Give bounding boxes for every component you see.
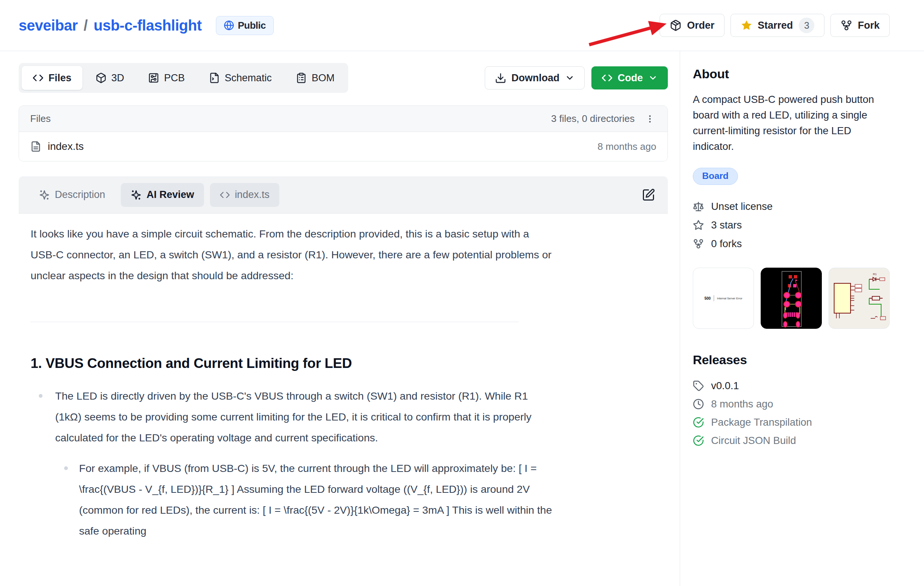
git-fork-icon xyxy=(840,20,852,31)
tab-index-ts-label: index.ts xyxy=(235,189,270,201)
table-row[interactable]: index.ts 8 months ago xyxy=(19,132,667,161)
circuit-board-icon xyxy=(148,72,159,84)
about-title: About xyxy=(693,67,892,81)
thumbnail-3d-preview[interactable]: 500 Internal Server Error xyxy=(693,268,754,329)
repo-header: seveibar / usb-c-flashlight Public Order… xyxy=(0,0,924,51)
chevron-down-icon xyxy=(565,73,574,83)
fork-button[interactable]: Fork xyxy=(830,14,890,37)
ai-review-content: It looks like you have a simple circuit … xyxy=(19,214,556,541)
file-text-icon xyxy=(30,141,41,152)
pcb-thumbnail-image xyxy=(761,268,821,328)
clock-icon xyxy=(693,398,704,410)
release-check-label: Package Transpilation xyxy=(711,416,812,428)
release-check-row: Package Transpilation xyxy=(693,416,892,428)
forks-row: 0 forks xyxy=(693,238,892,250)
license-row: Unset license xyxy=(693,201,892,212)
stars-row: 3 stars xyxy=(693,219,892,231)
code-icon xyxy=(33,72,44,84)
sparkles-icon xyxy=(39,189,50,201)
globe-icon xyxy=(224,20,234,31)
tab-index-ts[interactable]: index.ts xyxy=(210,183,279,207)
thumbnail-pcb-preview[interactable] xyxy=(761,268,822,329)
forks-label: 0 forks xyxy=(711,238,742,250)
viewer-tab-bar: Description AI Review index.ts xyxy=(19,176,668,214)
repo-owner-link[interactable]: seveibar xyxy=(19,17,78,34)
release-age: 8 months ago xyxy=(711,398,773,410)
svg-text:R1: R1 xyxy=(873,273,877,276)
view-tabs: Files 3D PCB xyxy=(19,63,348,93)
code-icon xyxy=(219,190,230,200)
fork-button-label: Fork xyxy=(858,20,879,31)
tab-bom-label: BOM xyxy=(312,72,335,84)
package-icon xyxy=(670,20,681,31)
section-heading: 1. VBUS Connection and Current Limiting … xyxy=(31,355,556,372)
file-name-link[interactable]: index.ts xyxy=(48,140,84,153)
list-item: For example, if VBUS (from USB-C) is 5V,… xyxy=(55,458,556,541)
kebab-icon[interactable] xyxy=(644,113,656,125)
list-item-text: For example, if VBUS (from USB-C) is 5V,… xyxy=(79,462,552,537)
bullet-list: The LED is directly driven by the USB-C'… xyxy=(31,385,556,541)
tab-schematic-label: Schematic xyxy=(225,72,272,84)
files-panel-title: Files xyxy=(30,113,51,125)
topic-chip-board[interactable]: Board xyxy=(693,168,738,185)
files-panel: Files 3 files, 0 directories index.ts 8 … xyxy=(19,105,668,161)
release-age-row: 8 months ago xyxy=(693,398,892,410)
file-terminal-icon xyxy=(209,72,220,84)
check-circle-icon xyxy=(693,417,704,428)
license-label: Unset license xyxy=(711,201,772,212)
tab-bom[interactable]: BOM xyxy=(285,66,346,90)
release-check-label: Circuit JSON Build xyxy=(711,435,796,446)
schematic-thumbnail-image: R1 xyxy=(829,268,889,328)
thumbnail-schematic-preview[interactable]: R1 xyxy=(828,268,890,329)
download-icon xyxy=(495,72,507,84)
sidebar: About A compact USB-C powered push butto… xyxy=(680,51,924,586)
tab-pcb[interactable]: PCB xyxy=(137,66,196,90)
releases-title: Releases xyxy=(693,353,892,367)
tab-ai-review[interactable]: AI Review xyxy=(121,183,204,207)
chevron-down-icon xyxy=(648,73,658,83)
git-fork-icon xyxy=(693,238,704,249)
stars-label: 3 stars xyxy=(711,219,742,231)
repo-name-link[interactable]: usb-c-flashlight xyxy=(94,17,202,34)
code-icon xyxy=(601,72,613,84)
scale-icon xyxy=(693,201,704,212)
star-outline-icon xyxy=(693,220,704,231)
order-button-label: Order xyxy=(687,20,714,31)
list-item: The LED is directly driven by the USB-C'… xyxy=(31,385,556,541)
release-check-row: Circuit JSON Build xyxy=(693,435,892,446)
about-description: A compact USB-C powered push button boar… xyxy=(693,92,892,154)
edit-icon[interactable] xyxy=(640,186,657,204)
repo-meta-list: Unset license 3 stars 0 forks xyxy=(693,201,892,250)
tab-description-label: Description xyxy=(55,189,105,201)
tab-schematic[interactable]: Schematic xyxy=(198,66,283,90)
tab-description[interactable]: Description xyxy=(29,183,115,207)
tab-ai-review-label: AI Review xyxy=(147,189,194,201)
files-panel-header: Files 3 files, 0 directories xyxy=(19,106,667,132)
order-button[interactable]: Order xyxy=(660,14,724,37)
repo-separator: / xyxy=(84,17,87,34)
download-button[interactable]: Download xyxy=(485,66,585,89)
check-circle-icon xyxy=(693,435,704,446)
release-list: v0.0.1 8 months ago Package Transpilatio… xyxy=(693,380,892,446)
starred-button-label: Starred xyxy=(758,20,793,31)
code-button[interactable]: Code xyxy=(591,66,668,89)
ai-review-intro: It looks like you have a simple circuit … xyxy=(31,223,556,286)
files-summary: 3 files, 0 directories xyxy=(551,113,635,125)
code-button-label: Code xyxy=(618,72,643,84)
toolbar: Files 3D PCB xyxy=(19,63,668,93)
download-button-label: Download xyxy=(512,72,560,84)
nested-bullet-list: For example, if VBUS (from USB-C) is 5V,… xyxy=(55,458,556,541)
tab-3d[interactable]: 3D xyxy=(85,66,135,90)
box-icon xyxy=(96,72,107,84)
public-badge: Public xyxy=(216,16,274,35)
toolbar-actions: Download Code xyxy=(485,66,668,89)
public-badge-label: Public xyxy=(238,20,266,31)
clipboard-list-icon xyxy=(296,72,307,84)
starred-button[interactable]: Starred 3 xyxy=(731,14,825,37)
tab-pcb-label: PCB xyxy=(164,72,185,84)
tab-files[interactable]: Files xyxy=(21,66,82,90)
star-icon xyxy=(741,20,752,31)
sparkles-icon xyxy=(130,189,142,201)
error-code: 500 xyxy=(705,296,711,300)
repo-title: seveibar / usb-c-flashlight Public xyxy=(19,16,274,35)
